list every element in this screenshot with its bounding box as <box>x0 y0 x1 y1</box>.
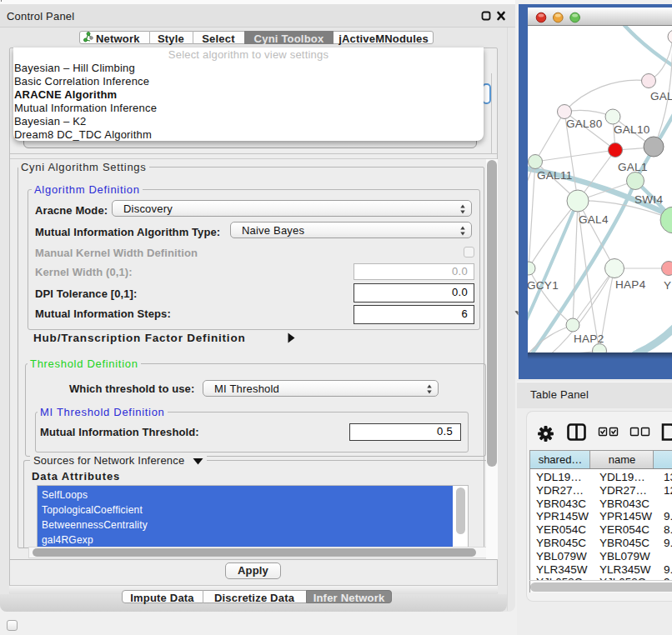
svg-text:GAL11: GAL11 <box>537 169 573 182</box>
svg-text:SWI4: SWI4 <box>634 193 663 206</box>
svg-text:GAL1: GAL1 <box>618 161 648 173</box>
svg-text:GAL4: GAL4 <box>579 213 609 226</box>
svg-text:HAP2: HAP2 <box>574 332 604 345</box>
svg-text:GAL80: GAL80 <box>566 118 603 130</box>
svg-text:GAL: GAL <box>650 90 672 102</box>
svg-text:Y: Y <box>664 279 671 292</box>
svg-text:GAL10: GAL10 <box>614 123 650 136</box>
svg-text:GCY1: GCY1 <box>528 279 559 292</box>
svg-text:HAP4: HAP4 <box>615 278 646 291</box>
